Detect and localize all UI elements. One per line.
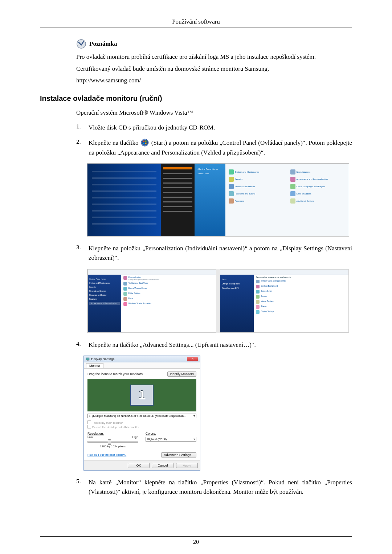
steps-list-cont2: 4. Klepněte na tlačítko „Advanced Settin… bbox=[76, 340, 352, 350]
dialog-tab-area: Monitor bbox=[84, 362, 200, 369]
monitor-select[interactable]: 1. (Multiple Monitors) on NVIDIA GeForce… bbox=[87, 414, 196, 418]
step-2: 2. Klepněte na tlačítko (Start) a potom … bbox=[76, 138, 352, 157]
res-high: High bbox=[132, 435, 138, 439]
svg-rect-4 bbox=[145, 141, 147, 143]
tab-monitor[interactable]: Monitor bbox=[86, 363, 103, 368]
step-text: Klepněte na položku „Personalization (In… bbox=[89, 244, 352, 263]
checkbox-extend[interactable] bbox=[87, 425, 91, 428]
cancel-button[interactable]: Cancel bbox=[152, 463, 173, 468]
colors-select[interactable]: Highest (32 bit) ▾ bbox=[146, 437, 196, 442]
steps-list-cont3: 5. Na kartě „Monitor“ klepněte na tlačít… bbox=[76, 478, 352, 497]
steps-list: 1. Vložte disk CD s příručkou do jednotk… bbox=[76, 123, 352, 157]
step-2a: Klepněte na tlačítko bbox=[89, 139, 140, 146]
dropdown-arrow-icon: ▾ bbox=[193, 438, 195, 441]
dialog-body: Drag the icons to match your monitors. I… bbox=[84, 369, 200, 460]
monitor-select-value: 1. (Multiple Monitors) on NVIDIA GeForce… bbox=[89, 414, 185, 418]
note-p1: Pro ovladač monitoru probíhá certifikace… bbox=[76, 53, 352, 62]
page: Používání softwaru Poznámka Pro ovladač … bbox=[0, 0, 392, 554]
dialog-title: Display Settings bbox=[91, 357, 115, 361]
note-icon bbox=[76, 39, 86, 49]
step-3: 3. Klepněte na položku „Personalization … bbox=[76, 244, 352, 263]
step-4: 4. Klepněte na tlačítko „Advanced Settin… bbox=[76, 340, 352, 350]
monitor-options: This is my main monitor Extend the deskt… bbox=[87, 420, 196, 429]
display-settings-dialog: Display Settings ✕ Monitor Drag the icon… bbox=[83, 356, 200, 471]
start-orb-icon bbox=[141, 139, 149, 147]
identify-monitors-button[interactable]: Identify Monitors bbox=[167, 372, 196, 377]
step-text: Klepněte na tlačítko (Start) a potom na … bbox=[89, 138, 352, 157]
step-number: 3. bbox=[76, 244, 89, 263]
screenshot-personalization: Control Panel Home System and Maintenanc… bbox=[87, 269, 349, 333]
dialog-footer: OK Cancel Apply bbox=[84, 460, 200, 470]
step-text: Vložte disk CD s příručkou do jednotky C… bbox=[89, 123, 215, 132]
svg-rect-3 bbox=[143, 141, 145, 143]
step-1: 1. Vložte disk CD s příručkou do jednotk… bbox=[76, 123, 352, 132]
page-number: 20 bbox=[0, 539, 392, 545]
resolution-label: Resolution: bbox=[87, 432, 138, 435]
monitor-1-icon[interactable]: 1 bbox=[130, 385, 154, 406]
note-heading-row: Poznámka bbox=[76, 39, 352, 49]
step-text: Klepněte na tlačítko „Advanced Settings.… bbox=[89, 340, 256, 350]
slider-thumb[interactable] bbox=[108, 439, 111, 445]
step-number: 5. bbox=[76, 478, 89, 497]
dropdown-arrow-icon: ▾ bbox=[193, 414, 195, 418]
res-low: Low bbox=[87, 435, 93, 439]
help-link[interactable]: How do I get the best display? bbox=[87, 453, 126, 456]
ok-button[interactable]: OK bbox=[128, 463, 150, 468]
step-text: Na kartě „Monitor“ klepněte na tlačítko … bbox=[89, 478, 352, 497]
os-line: Operační systém Microsoft® Windows Vista… bbox=[76, 109, 352, 116]
bottom-rule bbox=[40, 536, 352, 537]
top-rule bbox=[40, 28, 352, 28]
apply-button[interactable]: Apply bbox=[176, 463, 198, 468]
note-block: Poznámka Pro ovladač monitoru probíhá ce… bbox=[76, 39, 352, 85]
section-heading: Instalace ovladače monitoru (ruční) bbox=[40, 94, 352, 103]
monitor-preview: 1 bbox=[87, 379, 196, 411]
step-5: 5. Na kartě „Monitor“ klepněte na tlačít… bbox=[76, 478, 352, 497]
svg-rect-8 bbox=[87, 360, 89, 361]
advanced-settings-button[interactable]: Advanced Settings... bbox=[161, 452, 196, 457]
step-number: 1. bbox=[76, 123, 89, 132]
steps-list-cont: 3. Klepněte na položku „Personalization … bbox=[76, 244, 352, 263]
step-number: 2. bbox=[76, 138, 89, 157]
checkbox-main[interactable] bbox=[87, 420, 91, 424]
svg-rect-5 bbox=[143, 143, 145, 144]
drag-label: Drag the icons to match your monitors. bbox=[87, 372, 144, 376]
page-header: Používání softwaru bbox=[40, 18, 352, 25]
screenshot-control-panel: • Control Panel Home Classic View System… bbox=[87, 163, 349, 237]
close-button[interactable]: ✕ bbox=[187, 357, 198, 361]
note-p2: Certifikovaný ovladač bude umístěn na do… bbox=[76, 65, 352, 74]
display-icon bbox=[86, 357, 90, 361]
note-title: Poznámka bbox=[89, 40, 117, 48]
colors-value: Highest (32 bit) bbox=[147, 438, 167, 441]
resolution-value: 1280 by 1024 pixels bbox=[87, 445, 138, 448]
step-number: 4. bbox=[76, 340, 89, 350]
check-main-label: This is my main monitor bbox=[92, 421, 123, 424]
dialog-titlebar: Display Settings ✕ bbox=[84, 356, 200, 362]
note-p3: http://www.samsung.com/ bbox=[76, 76, 352, 85]
check-extend-label: Extend the desktop onto this monitor bbox=[92, 426, 139, 429]
resolution-slider[interactable] bbox=[87, 441, 138, 443]
svg-rect-6 bbox=[145, 143, 147, 144]
svg-rect-7 bbox=[86, 358, 89, 360]
colors-label: Colors: bbox=[146, 432, 196, 435]
